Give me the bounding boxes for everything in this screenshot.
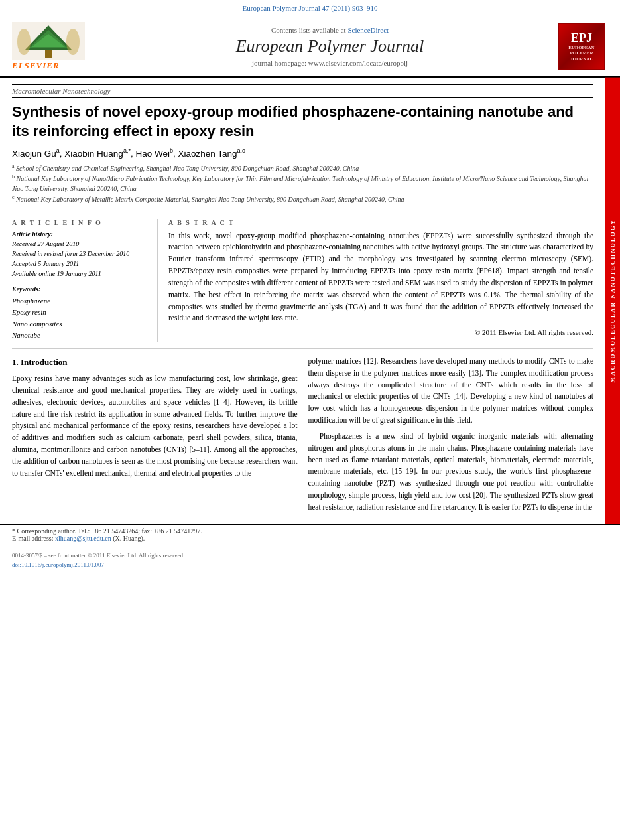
email-note: E-mail address: xlhuang@sjtu.edu.cn (X. … [12, 535, 608, 542]
keyword-epoxy-resin: Epoxy resin [12, 307, 148, 318]
journal-citation: European Polymer Journal 47 (2011) 903–9… [243, 4, 378, 12]
issn-line: 0014-3057/$ – see front matter © 2011 El… [12, 552, 608, 559]
contents-available: Contents lists available at ScienceDirec… [111, 26, 548, 34]
body-col-left: 1. Introduction Epoxy resins have many a… [12, 356, 298, 518]
epj-logo-container: EPJ EUROPEANPOLYMERJOURNAL [555, 23, 608, 70]
authors-line: Xiaojun Gua, Xiaobin Huanga,*, Hao Weib,… [12, 147, 593, 159]
abstract-col: A B S T R A C T In this work, novel epox… [168, 219, 593, 342]
received-date: Received 27 August 2010 [12, 240, 148, 247]
body-col-right: polymer matrices [12]. Researchers have … [308, 356, 594, 518]
elsevier-tree-icon [12, 22, 85, 60]
top-bar: European Polymer Journal 47 (2011) 903–9… [0, 0, 620, 15]
corresponding-author-note: * Corresponding author. Tel.: +86 21 547… [12, 527, 608, 535]
journal-homepage: journal homepage: www.elsevier.com/locat… [111, 59, 548, 67]
footnote-section: * Corresponding author. Tel.: +86 21 547… [0, 524, 620, 542]
abstract-title: A B S T R A C T [168, 219, 593, 226]
page-footer: 0014-3057/$ – see front matter © 2011 El… [0, 545, 620, 572]
epj-full-name: EUROPEANPOLYMERJOURNAL [568, 45, 594, 62]
doi-line: doi:10.1016/j.europolymj.2011.01.007 [12, 561, 608, 568]
epj-abbr: EPJ [571, 31, 592, 45]
keywords-title: Keywords: [12, 285, 148, 293]
section-category: Macromolecular Nanotechnology [12, 84, 593, 98]
journal-title: European Polymer Journal [111, 36, 548, 56]
article-history: Article history: [12, 230, 148, 238]
right-section-tab: MACROMOLECULAR NANOTECHNOLOGY [605, 78, 620, 524]
article-info-abstract: A R T I C L E I N F O Article history: R… [12, 212, 593, 342]
keyword-list: Phosphazene Epoxy resin Nano composites … [12, 295, 148, 342]
affiliations: a School of Chemistry and Chemical Engin… [12, 163, 593, 205]
journal-header: ELSEVIER Contents lists available at Sci… [0, 15, 620, 78]
revised-date: Received in revised form 23 December 201… [12, 250, 148, 257]
elsevier-wordmark: ELSEVIER [12, 60, 60, 71]
article-body: Macromolecular Nanotechnology Synthesis … [0, 78, 605, 524]
header-center: Contents lists available at ScienceDirec… [105, 26, 555, 67]
svg-point-5 [17, 29, 31, 55]
article-info-col: A R T I C L E I N F O Article history: R… [12, 219, 158, 342]
article-info-title: A R T I C L E I N F O [12, 219, 148, 226]
publisher-logo: ELSEVIER [12, 22, 105, 71]
article-title: Synthesis of novel epoxy-group modified … [12, 103, 593, 141]
section-divider [12, 348, 593, 349]
accepted-date: Accepted 5 January 2011 [12, 260, 148, 267]
copyright-line: © 2011 Elsevier Ltd. All rights reserved… [168, 328, 593, 336]
body-para-right-1: polymer matrices [12]. Researchers have … [308, 356, 594, 427]
author-email: xlhuang@sjtu.edu.cn [55, 535, 111, 542]
main-content: Macromolecular Nanotechnology Synthesis … [0, 78, 620, 524]
keywords-section: Keywords: Phosphazene Epoxy resin Nano c… [12, 285, 148, 342]
body-para-1: Epoxy resins have many advantages such a… [12, 373, 298, 479]
svg-point-6 [66, 29, 80, 55]
keyword-nanotube: Nanotube [12, 330, 148, 342]
body-two-col: 1. Introduction Epoxy resins have many a… [12, 356, 593, 518]
body-para-right-2: Phosphazenes is a new kind of hybrid org… [308, 431, 594, 514]
epj-logo: EPJ EUROPEANPOLYMERJOURNAL [558, 23, 605, 70]
section-1-heading: 1. Introduction [12, 356, 298, 369]
keyword-nano-composites: Nano composites [12, 318, 148, 330]
available-date: Available online 19 January 2011 [12, 270, 148, 277]
keyword-phosphazene: Phosphazene [12, 295, 148, 307]
abstract-text: In this work, novel epoxy-group modified… [168, 230, 593, 325]
